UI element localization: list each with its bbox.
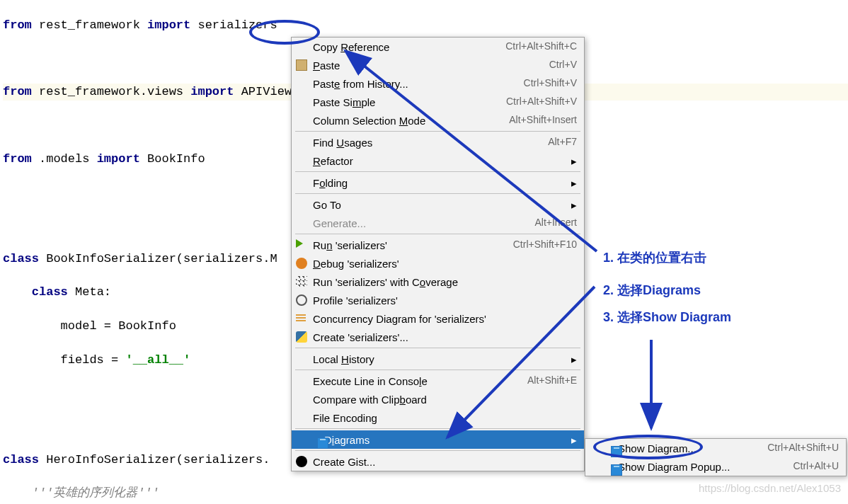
menu-separator (295, 193, 580, 194)
debug-icon (296, 258, 307, 269)
diagram-icon (611, 446, 622, 457)
menu-paste-history[interactable]: Paste from History...Ctrl+Shift+V (292, 74, 584, 93)
context-menu: Copy ReferenceCtrl+Alt+Shift+C PasteCtrl… (291, 37, 585, 471)
annotation-step-2: 2. 选择Diagrams (603, 282, 701, 299)
menu-paste[interactable]: PasteCtrl+V (292, 56, 584, 74)
menu-column-selection[interactable]: Column Selection ModeAlt+Shift+Insert (292, 111, 584, 130)
diagrams-submenu: Show Diagram...Ctrl+Alt+Shift+U Show Dia… (585, 438, 847, 476)
menu-separator (295, 428, 580, 429)
github-icon (296, 456, 307, 467)
annotation-step-1: 1. 在类的位置右击 (603, 249, 706, 267)
menu-debug[interactable]: Debug 'serializers' (292, 254, 584, 273)
menu-goto[interactable]: Go To▸ (292, 195, 584, 214)
menu-paste-simple[interactable]: Paste SimpleCtrl+Alt+Shift+V (292, 93, 584, 111)
submenu-show-diagram-popup[interactable]: Show Diagram Popup...Ctrl+Alt+U (585, 457, 846, 476)
menu-diagrams[interactable]: Diagrams▸ (292, 430, 584, 449)
diagram-icon (611, 464, 622, 476)
chevron-right-icon: ▸ (564, 352, 577, 367)
menu-separator (295, 348, 580, 348)
menu-copy-reference[interactable]: Copy ReferenceCtrl+Alt+Shift+C (292, 38, 584, 56)
menu-local-history[interactable]: Local History▸ (292, 350, 584, 368)
chevron-right-icon: ▸ (564, 197, 577, 212)
menu-separator (295, 450, 580, 451)
chevron-right-icon: ▸ (564, 433, 577, 447)
menu-separator (295, 131, 580, 132)
diagram-icon (317, 437, 328, 449)
menu-run[interactable]: Run 'serializers'Ctrl+Shift+F10 (292, 236, 584, 254)
run-icon (296, 239, 303, 248)
menu-compare-clipboard[interactable]: Compare with Clipboard (292, 390, 584, 408)
menu-create[interactable]: Create 'serializers'... (292, 328, 584, 346)
menu-separator (295, 234, 580, 234)
menu-separator (295, 171, 580, 172)
menu-create-gist[interactable]: Create Gist... (292, 452, 584, 471)
menu-profile[interactable]: Profile 'serializers' (292, 291, 584, 309)
chevron-right-icon: ▸ (564, 154, 577, 168)
annotation-step-3: 3. 选择Show Diagram (603, 309, 731, 326)
coverage-icon (296, 276, 307, 287)
menu-execute-console[interactable]: Execute Line in ConsoleAlt+Shift+E (292, 372, 584, 390)
menu-refactor[interactable]: Refactor▸ (292, 151, 584, 170)
menu-generate[interactable]: Generate...Alt+Insert (292, 214, 584, 232)
paste-icon (296, 59, 307, 71)
python-icon (296, 331, 307, 343)
menu-concurrency[interactable]: Concurrency Diagram for 'serializers' (292, 309, 584, 328)
menu-find-usages[interactable]: Find UsagesAlt+F7 (292, 133, 584, 151)
submenu-show-diagram[interactable]: Show Diagram...Ctrl+Alt+Shift+U (585, 439, 846, 457)
menu-file-encoding[interactable]: File Encoding (292, 408, 584, 427)
chevron-right-icon: ▸ (564, 176, 577, 190)
profile-icon (296, 294, 307, 306)
menu-coverage[interactable]: Run 'serializers' with Coverage (292, 273, 584, 291)
menu-folding[interactable]: Folding▸ (292, 173, 584, 192)
concurrency-icon (296, 313, 306, 321)
menu-separator (295, 370, 580, 370)
watermark: https://blog.csdn.net/Alex1053 (699, 481, 841, 496)
